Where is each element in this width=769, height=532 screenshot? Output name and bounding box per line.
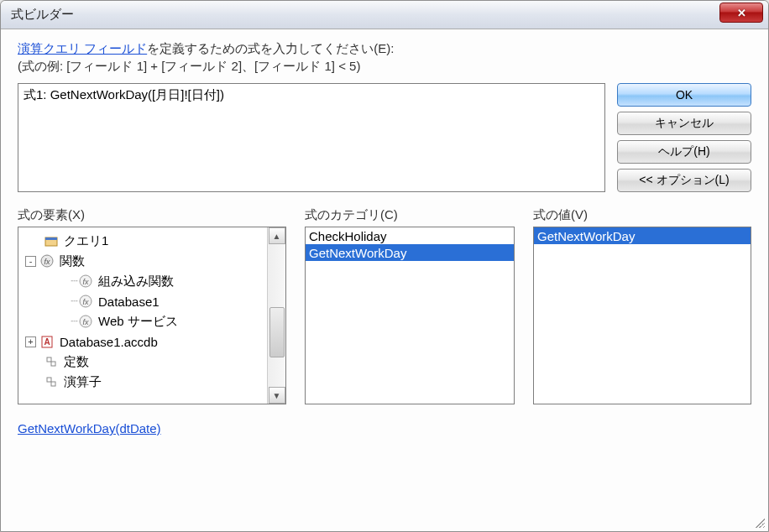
tree-label: Database1 bbox=[98, 295, 160, 309]
tree-connector: ┄ bbox=[71, 274, 76, 289]
content-area: 演算クエリ フィールドを定義するための式を入力してください(E): (式の例: … bbox=[1, 29, 768, 531]
top-row: OK キャンセル ヘルプ(H) << オプション(L) bbox=[18, 83, 751, 192]
svg-rect-13 bbox=[51, 362, 55, 366]
svg-rect-1 bbox=[45, 237, 57, 240]
expand-icon[interactable]: + bbox=[25, 336, 36, 347]
list-item[interactable]: GetNextWorkDay bbox=[306, 244, 514, 261]
tree-item-database1-fn[interactable]: ┄ fx Database1 bbox=[20, 291, 265, 311]
tree-label: 関数 bbox=[60, 253, 85, 269]
elements-tree[interactable]: クエリ1 - fx 関数 ┄ fx bbox=[18, 227, 286, 404]
dialog-window: 式ビルダー ✕ 演算クエリ フィールドを定義するための式を入力してください(E)… bbox=[0, 0, 769, 532]
svg-rect-12 bbox=[47, 357, 51, 362]
svg-text:fx: fx bbox=[83, 278, 90, 286]
resize-grip-icon[interactable] bbox=[753, 516, 765, 528]
category-list[interactable]: CheckHoliday GetNextWorkDay bbox=[305, 227, 515, 404]
collapse-icon[interactable]: - bbox=[25, 256, 36, 267]
tree-scrollbar[interactable]: ▲ ▼ bbox=[267, 227, 285, 404]
fx-icon: fx bbox=[78, 315, 95, 328]
elements-column: 式の要素(X) クエリ1 - fx bbox=[18, 207, 286, 404]
instruction-line: 演算クエリ フィールドを定義するための式を入力してください(E): bbox=[18, 41, 751, 57]
svg-rect-15 bbox=[51, 382, 55, 386]
value-list[interactable]: GetNextWorkDay bbox=[533, 227, 751, 404]
tree-label: クエリ1 bbox=[64, 233, 108, 249]
tree-item-database-file[interactable]: + A Database1.accdb bbox=[20, 331, 265, 352]
tree-label: 演算子 bbox=[64, 374, 102, 390]
tree-item-constants[interactable]: 定数 bbox=[20, 352, 265, 372]
close-icon: ✕ bbox=[737, 7, 746, 19]
close-button[interactable]: ✕ bbox=[719, 3, 763, 23]
tree-label: 組み込み関数 bbox=[98, 274, 174, 289]
constants-icon bbox=[44, 355, 60, 368]
button-column: OK キャンセル ヘルプ(H) << オプション(L) bbox=[617, 83, 751, 192]
value-column: 式の値(V) GetNextWorkDay bbox=[533, 207, 751, 404]
svg-text:fx: fx bbox=[83, 298, 90, 306]
tree-item-webservice[interactable]: ┄ fx Web サービス bbox=[20, 311, 265, 331]
fx-icon: fx bbox=[78, 274, 95, 288]
access-db-icon: A bbox=[39, 335, 56, 348]
tree-item-query[interactable]: クエリ1 bbox=[20, 231, 265, 251]
expression-input[interactable] bbox=[18, 83, 605, 192]
svg-text:fx: fx bbox=[44, 258, 50, 266]
svg-text:A: A bbox=[44, 337, 50, 347]
svg-rect-14 bbox=[47, 378, 51, 382]
category-column: 式のカテゴリ(C) CheckHoliday GetNextWorkDay bbox=[305, 207, 515, 404]
tree-label: 定数 bbox=[64, 354, 89, 370]
options-button[interactable]: << オプション(L) bbox=[617, 169, 751, 192]
elements-label: 式の要素(X) bbox=[18, 207, 286, 223]
function-signature-link[interactable]: GetNextWorkDay(dtDate) bbox=[18, 421, 751, 436]
titlebar[interactable]: 式ビルダー ✕ bbox=[1, 1, 768, 29]
tree-inner: クエリ1 - fx 関数 ┄ fx bbox=[18, 227, 267, 404]
tree-item-builtin[interactable]: ┄ fx 組み込み関数 bbox=[20, 271, 265, 291]
instruction-tail: を定義するための式を入力してください(E): bbox=[147, 41, 394, 55]
scroll-down-icon[interactable]: ▼ bbox=[269, 387, 285, 404]
tree-connector: ┄ bbox=[71, 314, 76, 329]
tree-label: Database1.accdb bbox=[60, 335, 158, 349]
value-label: 式の値(V) bbox=[533, 207, 751, 223]
example-line: (式の例: [フィールド 1] + [フィールド 2]、[フィールド 1] < … bbox=[18, 59, 751, 75]
operators-icon bbox=[44, 375, 60, 389]
window-title: 式ビルダー bbox=[11, 7, 765, 23]
tree-item-operators[interactable]: 演算子 bbox=[20, 372, 265, 392]
fx-icon: fx bbox=[78, 295, 95, 308]
svg-text:fx: fx bbox=[83, 318, 90, 326]
scroll-up-icon[interactable]: ▲ bbox=[269, 227, 285, 244]
category-label: 式のカテゴリ(C) bbox=[305, 207, 515, 223]
cancel-button[interactable]: キャンセル bbox=[617, 112, 751, 135]
list-item[interactable]: GetNextWorkDay bbox=[534, 227, 751, 244]
list-item[interactable]: CheckHoliday bbox=[306, 227, 514, 244]
tree-item-functions[interactable]: - fx 関数 bbox=[20, 251, 265, 271]
help-link[interactable]: 演算クエリ フィールド bbox=[18, 41, 147, 55]
tree-label: Web サービス bbox=[98, 314, 178, 330]
scroll-thumb[interactable] bbox=[269, 307, 285, 357]
help-button[interactable]: ヘルプ(H) bbox=[617, 140, 751, 164]
tree-connector: ┄ bbox=[71, 294, 76, 309]
ok-button[interactable]: OK bbox=[617, 83, 751, 107]
query-icon bbox=[44, 234, 60, 248]
lists-row: 式の要素(X) クエリ1 - fx bbox=[18, 207, 751, 404]
fx-icon: fx bbox=[39, 254, 56, 268]
